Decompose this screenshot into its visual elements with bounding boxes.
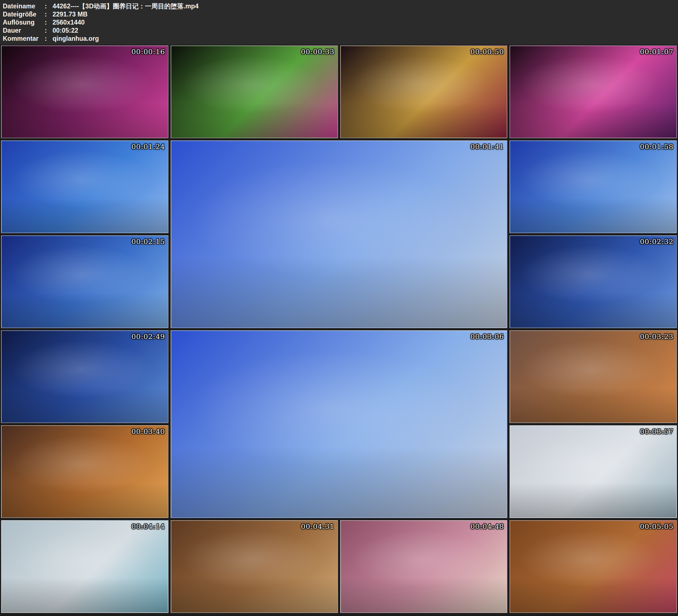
video-thumbnail: 00:04:48 bbox=[340, 520, 507, 613]
video-thumbnail: 00:02:15 bbox=[1, 235, 168, 328]
file-info-separator: : bbox=[45, 27, 52, 35]
thumbnail-timestamp: 00:01:41 bbox=[470, 143, 504, 151]
file-info-row-duration: Dauer : 00:05:22 bbox=[3, 27, 678, 35]
thumbnail-timestamp: 00:04:31 bbox=[301, 523, 334, 531]
thumbnail-timestamp: 00:05:05 bbox=[640, 523, 674, 531]
file-info-header: Dateiname : 44262----【3D动画】圈养日记：一周目的堕落.m… bbox=[0, 0, 678, 45]
video-thumbnail: 00:03:57 bbox=[510, 425, 677, 518]
video-thumbnail: 00:03:23 bbox=[510, 330, 677, 423]
file-info-value-resolution: 2560x1440 bbox=[52, 18, 85, 27]
file-info-value-duration: 00:05:22 bbox=[52, 27, 78, 35]
thumbnail-timestamp: 00:02:32 bbox=[640, 238, 674, 246]
file-info-value-filename: 44262----【3D动画】圈养日记：一周目的堕落.mp4 bbox=[52, 2, 199, 10]
file-info-separator: : bbox=[45, 18, 52, 27]
thumbnail-timestamp: 00:00:16 bbox=[131, 48, 165, 56]
file-info-value-filesize: 2291.73 MB bbox=[52, 10, 87, 18]
video-thumbnail: 00:01:58 bbox=[510, 141, 677, 233]
video-thumbnail: 00:05:05 bbox=[510, 520, 677, 613]
contact-sheet: Dateiname : 44262----【3D动画】圈养日记：一周目的堕落.m… bbox=[0, 0, 678, 616]
file-info-row-resolution: Auflösung : 2560x1440 bbox=[3, 18, 678, 27]
thumbnail-timestamp: 00:01:24 bbox=[131, 143, 165, 151]
video-thumbnail: 00:04:14 bbox=[1, 520, 168, 613]
thumbnail-timestamp: 00:02:49 bbox=[131, 333, 165, 341]
file-info-row-filename: Dateiname : 44262----【3D动画】圈养日记：一周目的堕落.m… bbox=[3, 2, 678, 10]
video-thumbnail: 00:04:31 bbox=[171, 520, 338, 613]
video-thumbnail: 00:01:41 bbox=[171, 141, 507, 328]
video-thumbnail: 00:00:33 bbox=[171, 45, 338, 138]
file-info-label: Dateiname bbox=[3, 2, 45, 10]
thumbnail-timestamp: 00:03:57 bbox=[640, 427, 674, 436]
file-info-separator: : bbox=[45, 10, 52, 18]
file-info-label: Kommentar bbox=[3, 35, 45, 43]
thumbnail-timestamp: 00:03:23 bbox=[640, 333, 674, 341]
file-info-row-comment: Kommentar : qinglanhua.org bbox=[3, 35, 678, 43]
file-info-value-comment: qinglanhua.org bbox=[52, 35, 99, 43]
thumbnail-timestamp: 00:03:40 bbox=[131, 427, 165, 436]
video-thumbnail: 00:01:07 bbox=[510, 45, 677, 138]
file-info-label: Dateigröße bbox=[3, 10, 45, 18]
thumbnail-timestamp: 00:04:48 bbox=[470, 523, 504, 531]
file-info-row-filesize: Dateigröße : 2291.73 MB bbox=[3, 10, 678, 18]
video-thumbnail: 00:02:49 bbox=[1, 330, 168, 423]
file-info-separator: : bbox=[45, 2, 52, 10]
video-thumbnail: 00:03:06 bbox=[171, 330, 507, 518]
thumbnail-timestamp: 00:02:15 bbox=[131, 238, 165, 246]
video-thumbnail: 00:00:16 bbox=[1, 45, 168, 138]
thumbnail-timestamp: 00:01:58 bbox=[640, 143, 674, 151]
video-thumbnail: 00:02:32 bbox=[510, 235, 677, 328]
thumbnail-timestamp: 00:04:14 bbox=[131, 523, 165, 531]
thumbnail-timestamp: 00:00:33 bbox=[301, 48, 334, 56]
video-thumbnail: 00:00:50 bbox=[340, 45, 507, 138]
thumbnail-timestamp: 00:01:07 bbox=[640, 48, 674, 56]
video-thumbnail: 00:03:40 bbox=[1, 425, 168, 518]
file-info-label: Dauer bbox=[3, 27, 45, 35]
file-info-label: Auflösung bbox=[3, 18, 45, 27]
video-thumbnail: 00:01:24 bbox=[1, 141, 168, 233]
thumbnail-grid: 00:00:1600:00:3300:00:5000:01:0700:01:24… bbox=[0, 45, 678, 615]
thumbnail-timestamp: 00:03:06 bbox=[470, 333, 504, 341]
file-info-separator: : bbox=[45, 35, 52, 43]
thumbnail-timestamp: 00:00:50 bbox=[470, 48, 504, 56]
